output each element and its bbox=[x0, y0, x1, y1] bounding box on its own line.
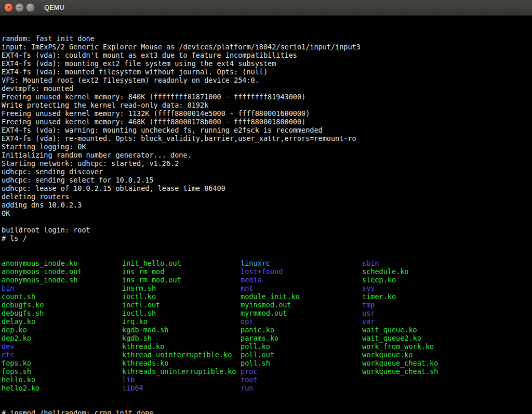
ls-entry: run bbox=[241, 384, 362, 392]
titlebar[interactable]: ✕ — ▢ QEMU bbox=[0, 0, 532, 16]
terminal-line: Freeing unused kernel memory: 840K (ffff… bbox=[2, 93, 532, 101]
ls-entry: count.sh bbox=[2, 292, 122, 301]
ls-entry: wait_queue2.ko bbox=[362, 334, 532, 342]
ls-entry: wait_queue.ko bbox=[362, 326, 532, 334]
terminal-line: buildroot login: root bbox=[2, 226, 532, 234]
ls-entry: anonymous_inode.out bbox=[2, 267, 122, 276]
ls-entry: usr bbox=[362, 309, 532, 317]
ls-entry: workqueue.ko bbox=[362, 351, 532, 359]
ls-entry: sleep.ko bbox=[362, 276, 532, 284]
close-button[interactable]: ✕ bbox=[4, 3, 13, 12]
ls-entry: myinsmod.out bbox=[241, 301, 362, 309]
ls-entry: delay.ko bbox=[2, 317, 122, 326]
ls-entry: kgdb-mod.sh bbox=[122, 326, 241, 334]
ls-entry: sbin bbox=[362, 259, 532, 267]
ls-entry: mnt bbox=[241, 284, 362, 292]
terminal-line: EXT4-fs (vda): warning: mounting uncheck… bbox=[2, 126, 532, 134]
ls-entry: dep2.ko bbox=[2, 334, 122, 342]
ls-entry: lib64 bbox=[122, 384, 241, 392]
ls-entry: kthread.ko bbox=[122, 342, 241, 351]
maximize-icon: ▢ bbox=[28, 5, 33, 10]
ls-entry: poll.ko bbox=[241, 342, 362, 351]
shell-log: # insmod /hellrandom: crng init done# in… bbox=[2, 409, 532, 414]
boot-log: random: fast init doneinput: ImExPS/2 Ge… bbox=[2, 34, 532, 242]
ls-entry: tmp bbox=[362, 301, 532, 309]
ls-entry: kthread_uninterruptible.ko bbox=[122, 351, 241, 359]
ls-entry: module_init.ko bbox=[241, 292, 362, 301]
terminal-line: udhcpc: sending discover bbox=[2, 167, 532, 176]
ls-entry: debugfs.sh bbox=[2, 309, 122, 317]
ls-entry: ins_rm_mod.out bbox=[122, 276, 241, 284]
ls-entry: params.ko bbox=[241, 334, 362, 342]
terminal-line: Initializing random number generator... … bbox=[2, 151, 532, 159]
ls-entry: proc bbox=[241, 367, 362, 376]
ls-entry: root bbox=[241, 376, 362, 384]
ls-listing: anonymous_inode.koinit_hello.outlinuxrcs… bbox=[2, 259, 532, 392]
ls-entry: myrmmod.out bbox=[241, 309, 362, 317]
terminal-line: Write protecting the kernel read-only da… bbox=[2, 101, 532, 109]
ls-entry: debugfs.ko bbox=[2, 301, 122, 309]
terminal-line: deleting routers bbox=[2, 192, 532, 201]
ls-entry: ioctl.ko bbox=[122, 292, 241, 301]
ls-entry: panic.ko bbox=[241, 326, 362, 334]
ls-entry: ioctl.out bbox=[122, 301, 241, 309]
terminal-line: udhcpc: lease of 10.0.2.15 obtained, lea… bbox=[2, 184, 532, 192]
terminal-line: OK bbox=[2, 209, 532, 217]
ls-entry: irq.ko bbox=[122, 317, 241, 326]
ls-entry: hello.ko bbox=[2, 376, 122, 384]
minimize-button[interactable]: — bbox=[15, 3, 24, 12]
terminal-line: devtmpfs: mounted bbox=[2, 84, 532, 93]
ls-entry: work_from_work.ko bbox=[362, 342, 532, 351]
ls-entry: poll.sh bbox=[241, 359, 362, 367]
terminal-line: EXT4-fs (vda): mounted filesystem withou… bbox=[2, 68, 532, 76]
terminal-line: EXT4-fs (vda): re-mounted. Opts: block_v… bbox=[2, 134, 532, 143]
ls-entry: fops.ko bbox=[2, 359, 122, 367]
terminal-line: udhcpc: sending select for 10.0.2.15 bbox=[2, 176, 532, 184]
ls-empty-cell bbox=[362, 376, 532, 384]
ls-entry: sys bbox=[362, 284, 532, 292]
ls-entry: anonymous_inode.ko bbox=[2, 259, 122, 267]
window-title: QEMU bbox=[44, 4, 64, 11]
terminal-line: input: ImExPS/2 Generic Explorer Mouse a… bbox=[2, 43, 532, 51]
minimize-icon: — bbox=[17, 5, 22, 10]
ls-entry: bin bbox=[2, 284, 122, 292]
ls-entry: ins_rm_mod bbox=[122, 267, 241, 276]
terminal-line: EXT4-fs (vda): mounting ext2 file system… bbox=[2, 59, 532, 68]
ls-entry: ioctl.sh bbox=[122, 309, 241, 317]
ls-entry: workqueue_cheat.sh bbox=[362, 367, 532, 376]
close-icon: ✕ bbox=[7, 5, 11, 10]
ls-entry: var bbox=[362, 317, 532, 326]
ls-entry: init_hello.out bbox=[122, 259, 241, 267]
ls-entry: workqueue_cheat.ko bbox=[362, 359, 532, 367]
ls-entry: media bbox=[241, 276, 362, 284]
terminal-line bbox=[2, 217, 532, 226]
terminal-line: random: fast init done bbox=[2, 34, 532, 43]
terminal-line: VFS: Mounted root (ext2 filesystem) read… bbox=[2, 76, 532, 84]
ls-entry: dev bbox=[2, 342, 122, 351]
ls-entry: anonymous_inode.sh bbox=[2, 276, 122, 284]
ls-entry: insrm.sh bbox=[122, 284, 241, 292]
terminal-line: adding dns 10.0.2.3 bbox=[2, 201, 532, 209]
ls-entry: hello2.ko bbox=[2, 384, 122, 392]
ls-entry: kthreads.ko bbox=[122, 359, 241, 367]
ls-entry: timer.ko bbox=[362, 292, 532, 301]
terminal-line: Starting network: udhcpc: started, v1.26… bbox=[2, 159, 532, 167]
terminal-line: # ls / bbox=[2, 234, 532, 242]
terminal-screen[interactable]: random: fast init doneinput: ImExPS/2 Ge… bbox=[0, 16, 532, 414]
terminal-line: Starting logging: OK bbox=[2, 143, 532, 151]
ls-entry: poll.out bbox=[241, 351, 362, 359]
ls-entry: etc bbox=[2, 351, 122, 359]
qemu-window: ✕ — ▢ QEMU random: fast init doneinput: … bbox=[0, 0, 532, 414]
ls-entry: lost+found bbox=[241, 267, 362, 276]
terminal-line: # insmod /hellrandom: crng init done bbox=[2, 409, 532, 414]
ls-entry: schedule.ko bbox=[362, 267, 532, 276]
ls-entry: dep.ko bbox=[2, 326, 122, 334]
ls-entry: kgdb.sh bbox=[122, 334, 241, 342]
ls-entry: kthreads_uninterruptible.ko bbox=[122, 367, 241, 376]
maximize-button[interactable]: ▢ bbox=[26, 3, 35, 12]
terminal-line: EXT4-fs (vda): couldn't mount as ext3 du… bbox=[2, 51, 532, 59]
ls-entry: linuxrc bbox=[241, 259, 362, 267]
ls-entry: lib bbox=[122, 376, 241, 384]
ls-entry: opt bbox=[241, 317, 362, 326]
ls-entry: fops.sh bbox=[2, 367, 122, 376]
